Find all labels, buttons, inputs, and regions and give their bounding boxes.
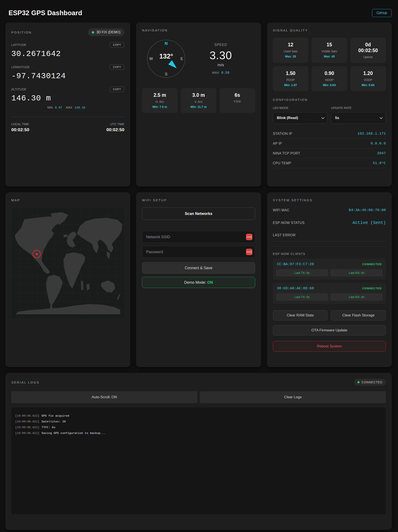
landmass-uk: [63, 234, 68, 237]
pdop-value: 1.50: [275, 70, 306, 76]
navigation-card: NAVIGATION N E S W 132° SPEED 3.30 m/s M…: [136, 22, 261, 187]
navigation-card-title: NAVIGATION: [142, 28, 255, 32]
ap-ip-label: AP IP: [273, 142, 282, 146]
compass-north-label: N: [165, 41, 168, 46]
connect-save-button[interactable]: Connect & Save: [142, 262, 255, 274]
pdop-min: Min: 1.07: [275, 83, 306, 87]
client-status-badge: CONNECTED: [362, 287, 382, 290]
password-manager-icon[interactable]: [246, 249, 252, 255]
clear-flash-storage-button[interactable]: Clear Flash Storage: [331, 310, 386, 321]
log-timestamp: [18:00:06.622]: [15, 420, 39, 423]
system-card-title: SYSTEM SETTINGS: [273, 198, 386, 202]
local-time-label: LOCAL TIME: [11, 122, 29, 126]
client-mac: CC:BA:97:F3:C7:28: [277, 262, 314, 266]
demo-mode-button[interactable]: Demo Mode: ON: [142, 277, 255, 288]
station-ip-label: STATION IP: [273, 132, 292, 136]
speed-value: 3.30: [187, 49, 255, 62]
h-acc-min: Min: 7.5 m: [144, 105, 175, 108]
espnow-status-value: Active (Sent): [353, 220, 386, 225]
fix-status-badge: 3D FIX (DEMO): [88, 28, 124, 36]
log-message: Satellites: 20: [41, 420, 66, 423]
github-button[interactable]: GitHub: [372, 9, 392, 17]
world-map[interactable]: [11, 208, 124, 319]
copy-latitude-button[interactable]: COPY: [110, 42, 124, 48]
led-mode-value: Blink (Read): [277, 116, 298, 120]
last-error-label: LAST ERROR: [273, 233, 296, 237]
password-input[interactable]: [142, 246, 255, 258]
landmass-asia: [77, 218, 122, 253]
hdop-label: HDOP: [314, 78, 345, 82]
espnow-client-card: 30:ED:A0:AE:0D:60 CONNECTED Last TX: 0s …: [273, 283, 386, 304]
compass: N E S W 132°: [146, 38, 187, 79]
top-bar: ESP32 GPS Dashboard GitHub: [0, 0, 398, 20]
station-ip-value: 192.168.1.171: [357, 132, 386, 136]
local-time-value: 00:02:50: [11, 127, 29, 132]
signal-stats-grid: 12 Used Sats Max: 26 15 Visible Sats Max…: [273, 38, 386, 91]
network-ssid-input[interactable]: [142, 231, 255, 243]
espnow-client-card: CC:BA:97:F3:C7:28 CONNECTED Last TX: 0s …: [273, 259, 386, 280]
compass-needle-icon: [168, 60, 179, 70]
fix-status-dot-icon: [92, 31, 94, 33]
hdop-min: Min: 0.63: [314, 83, 345, 87]
v-acc-value: 3.0 m: [183, 92, 214, 98]
vdop-min: Min: 0.84: [353, 83, 384, 87]
v-acc-min: Min: 11.7 m: [183, 105, 214, 108]
wifi-mac-label: WIFI MAC: [273, 208, 290, 212]
latitude-label: LATITUDE: [11, 43, 26, 47]
landmass-europe: [67, 231, 77, 248]
pdop-label: PDOP: [275, 78, 306, 82]
utc-time-label: UTC TIME: [106, 122, 124, 126]
client-last-rx: Last RX: 0s: [330, 269, 383, 277]
demo-mode-state: ON: [207, 280, 213, 285]
espnow-clients-title: ESP-NOW CLIENTS: [273, 252, 386, 255]
client-last-tx: Last TX: 0s: [276, 269, 328, 277]
last-error-row: LAST ERROR: [273, 229, 386, 241]
compass-west-label: W: [149, 57, 153, 61]
copy-altitude-button[interactable]: COPY: [110, 87, 124, 92]
update-rate-label: UPDATE RATE: [331, 106, 386, 110]
landmass-antarctica: [16, 301, 120, 314]
scan-networks-button[interactable]: Scan Networks: [142, 208, 255, 220]
used-sats-stat: 12 Used Sats Max: 26: [273, 38, 308, 63]
serial-log-console[interactable]: [18:00:06.622]GPS fix acquired [18:00:06…: [11, 407, 386, 514]
altitude-max-value: 148.16: [75, 106, 85, 109]
cpu-temp-value: 51.9°C: [373, 161, 386, 165]
longitude-label: LONGITUDE: [11, 65, 30, 69]
clear-ram-stats-button[interactable]: Clear RAM Stats: [273, 310, 328, 321]
demo-mode-label: Demo Mode:: [184, 280, 207, 285]
reboot-system-button[interactable]: Reboot System: [273, 341, 386, 352]
update-rate-select[interactable]: 5s: [331, 112, 386, 124]
position-card-title: POSITION: [11, 31, 32, 34]
vdop-stat: 1.20 VDOP Min: 0.84: [350, 66, 386, 91]
vdop-label: VDOP: [353, 78, 384, 82]
signal-card-title: SIGNAL QUALITY: [273, 28, 386, 32]
wifi-mac-value: B4:3A:45:99:70:80: [349, 208, 386, 212]
nina-tcp-port-row: NINA TCP PORT 2947: [273, 148, 386, 158]
used-sats-label: Used Sats: [275, 50, 306, 53]
visible-sats-stat: 15 Visible Sats Max: 45: [311, 38, 347, 63]
speed-max-label: MAX: [212, 71, 219, 74]
local-time-block: LOCAL TIME 00:02:50: [11, 122, 29, 132]
ap-ip-row: AP IP 0.0.0.0: [273, 139, 386, 148]
log-line: [18:00:06.622]TTFF: 6s: [15, 424, 382, 430]
log-timestamp: [18:00:06.622]: [15, 426, 39, 429]
longitude-value: -97.7430124: [11, 72, 124, 81]
ota-firmware-update-button[interactable]: OTA Firmware Update: [273, 325, 386, 336]
altitude-min-label: MIN: [47, 106, 53, 109]
led-mode-select[interactable]: Blink (Read): [273, 112, 328, 124]
password-manager-icon[interactable]: [246, 234, 252, 240]
visible-sats-label: Visible Sats: [314, 50, 345, 53]
map-card: MAP: [5, 192, 130, 367]
client-last-tx: Last TX: 0s: [276, 293, 328, 301]
chevron-down-icon: [321, 116, 324, 119]
serial-connection-badge: CONNECTED: [354, 379, 386, 386]
nina-tcp-port-label: NINA TCP PORT: [273, 152, 300, 155]
clear-logs-button[interactable]: Clear Logs: [200, 391, 386, 403]
copy-longitude-button[interactable]: COPY: [110, 64, 124, 70]
auto-scroll-button[interactable]: Auto-Scroll: ON: [11, 391, 197, 403]
uptime-label: Uptime: [353, 55, 384, 59]
used-sats-value: 12: [275, 42, 306, 48]
visible-sats-max: Max: 45: [314, 55, 345, 58]
altitude-label: ALTITUDE: [11, 88, 26, 91]
fix-status-label: 3D FIX (DEMO): [96, 30, 120, 34]
